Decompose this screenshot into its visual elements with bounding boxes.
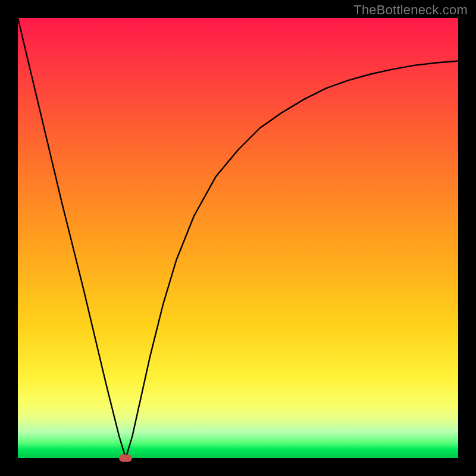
watermark-text: TheBottleneck.com xyxy=(353,2,468,18)
chart-frame: TheBottleneck.com xyxy=(0,0,476,476)
optimal-point-marker xyxy=(119,455,132,462)
curve-svg xyxy=(18,18,458,458)
bottleneck-curve xyxy=(18,18,458,458)
plot-area xyxy=(18,18,458,458)
